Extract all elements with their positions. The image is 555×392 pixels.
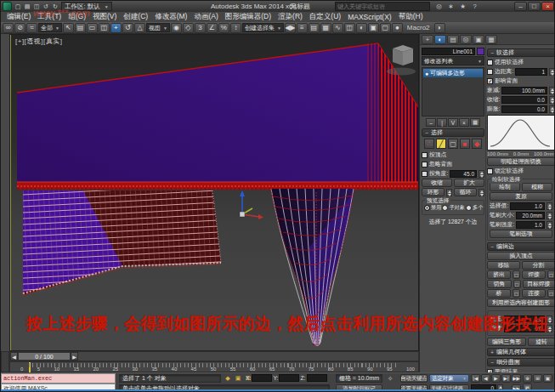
teapot-icon[interactable]: ◗ [434,23,445,33]
utilities-tab[interactable]: ▦ [485,35,497,44]
extrude-button[interactable]: 挤出 [487,270,511,279]
by-vertex-checkbox[interactable] [422,152,428,158]
revert-button[interactable]: 复原 [490,192,552,201]
render-setup-icon[interactable]: ▣ [368,23,379,33]
new-scene-icon[interactable]: ▢ [14,3,22,11]
menu-item-11[interactable]: MAXScript(X) [344,13,394,21]
open-file-icon[interactable]: ▤ [23,3,31,11]
edge-distance-checkbox[interactable] [487,69,493,75]
loop-spinner[interactable] [479,189,484,196]
previous-frame-arrow[interactable]: ◀ [10,352,18,361]
minimize-button[interactable]: – [514,2,527,11]
pencil-icon[interactable]: ∗ [446,2,456,11]
next-frame-arrow[interactable]: ▶ [71,352,78,361]
time-slider-handle[interactable]: 0 / 100 [18,352,71,361]
select-and-rotate-icon[interactable]: ↺ [122,23,133,33]
menu-item-4[interactable]: 视图(V) [89,12,120,22]
edge-distance-spinner[interactable] [549,68,555,76]
motion-tab[interactable]: ◎ [460,35,472,44]
brush-size-field[interactable]: 20.0mm [516,212,545,219]
stack-item-editable-poly[interactable]: ● 可编辑多边形 [423,69,483,77]
named-selection-sets-dropdown[interactable]: 创建选择集▼ [242,23,284,32]
bridge-settings-button[interactable]: □ [513,289,520,298]
search-icon[interactable]: ◎ [434,2,444,11]
select-and-scale-icon[interactable]: △ [134,23,145,33]
render-production-icon[interactable]: ● [392,23,403,33]
bubble-spinner[interactable] [549,105,555,113]
affect-backfacing-checkbox[interactable] [487,78,493,84]
close-button[interactable]: × [541,2,554,11]
use-pivot-center-icon[interactable]: ◉ [171,23,182,33]
rollout-edit-geometry[interactable]: +编辑几何体 [487,348,555,356]
menu-item-6[interactable]: 修改器(M) [151,12,190,22]
menu-item-5[interactable]: 创建(C) [120,12,151,22]
bind-to-space-warp-icon[interactable]: ≈ [26,23,37,33]
display-tab[interactable]: ▣ [473,35,484,44]
reference-coordinate-dropdown[interactable]: 视图▼ [146,23,170,32]
use-soft-selection-checkbox[interactable] [487,60,493,65]
angle-snap-icon[interactable]: ∠ [207,23,218,33]
brush-strength-field[interactable]: 1.0 [516,221,545,229]
percent-snap-icon[interactable]: % [218,23,229,33]
select-by-name-icon[interactable]: ▤ [75,23,86,33]
unlink-selection-icon[interactable]: ⊘ [14,23,25,33]
spinner-snap-icon[interactable]: ↕ [230,23,241,33]
connect-button[interactable]: 连接 [522,289,546,298]
bridge-button[interactable]: 桥 [487,289,511,298]
next-frame-icon[interactable]: ▶| [501,374,511,383]
create-shape-from-selection-button[interactable]: 利用所选内容创建图形 [487,298,555,307]
vertex-subobject-icon[interactable]: ∴ [424,139,434,149]
show-end-result-icon[interactable]: | [437,118,447,127]
border-subobject-icon[interactable]: ▢ [448,139,458,149]
preview-subobj-radio[interactable] [442,205,448,211]
star-icon[interactable]: ★ [458,2,467,11]
search-input[interactable] [337,3,428,9]
shaded-face-toggle-button[interactable]: 明暗处理面切换 [487,157,555,166]
menu-item-9[interactable]: 渲染(R) [275,12,306,22]
create-tab[interactable]: + [422,35,433,44]
brush-size-spinner[interactable] [547,212,552,219]
3dsmax-logo-icon[interactable] [3,2,12,11]
selection-value-field[interactable]: 1.0 [510,202,545,210]
preview-disable-radio[interactable] [424,205,430,211]
layer-manager-icon[interactable]: ▤ [309,23,320,33]
time-slider[interactable]: ◀ 0 / 100 ▶ [9,351,419,361]
y-field[interactable] [279,374,299,382]
modifier-list-dropdown[interactable]: 修改器列表 ▼ [422,56,484,65]
preview-multiple-radio[interactable] [466,205,472,211]
viewport-label[interactable]: [+][透视][真实] [15,37,63,46]
remove-button[interactable]: 移除 [487,261,520,270]
material-editor-icon[interactable]: ◐ [356,23,367,33]
connect-settings-button[interactable]: □ [547,289,555,298]
menu-item-1[interactable]: 编辑(E) [3,12,34,22]
select-object-icon[interactable]: ↖ [63,23,74,33]
align-icon[interactable]: ≡ [297,23,308,33]
edge-distance-field[interactable]: 1 [515,68,547,76]
make-unique-icon[interactable]: V [448,118,458,127]
menu-item-12[interactable]: 帮助(H) [395,12,427,22]
falloff-spinner[interactable] [549,87,555,94]
rollout-soft-selection[interactable]: −软选择 [487,48,555,57]
previous-frame-icon[interactable]: ◀ [481,374,490,383]
go-to-start-icon[interactable]: |◀ [471,374,480,383]
snap-toggle-icon[interactable]: 3 [195,23,206,33]
schematic-view-icon[interactable]: ◫ [344,23,355,33]
selection-region-icon[interactable]: ▭ [87,23,98,33]
chamfer-button[interactable]: 切角 [487,280,512,288]
mirror-icon[interactable]: ◀▶ [285,23,296,33]
zoom-extents-icon[interactable]: ▣ [543,374,552,383]
bubble-field[interactable]: 0.0 [501,105,547,113]
lock-soft-selection-checkbox[interactable] [487,168,493,174]
modify-tab[interactable]: ◐ [434,35,446,44]
menu-item-7[interactable]: 动画(A) [190,12,221,22]
menu-item-10[interactable]: 自定义(U) [306,12,344,22]
polygon-subobject-icon[interactable]: ■ [460,139,470,149]
loop-button[interactable]: 循环 [454,188,477,196]
menu-item-8[interactable]: 图形编辑器(D) [222,12,275,22]
weld-settings-button[interactable]: □ [547,270,555,279]
ignore-backfacing-checkbox[interactable] [422,162,428,168]
remove-modifier-icon[interactable]: × [459,118,469,127]
selected-filter-dropdown[interactable]: 选定对象 ▼ [429,374,469,383]
brush-strength-spinner[interactable] [547,221,552,229]
track-bar[interactable]: 0510152025303540455055606570758085909510… [9,361,419,372]
